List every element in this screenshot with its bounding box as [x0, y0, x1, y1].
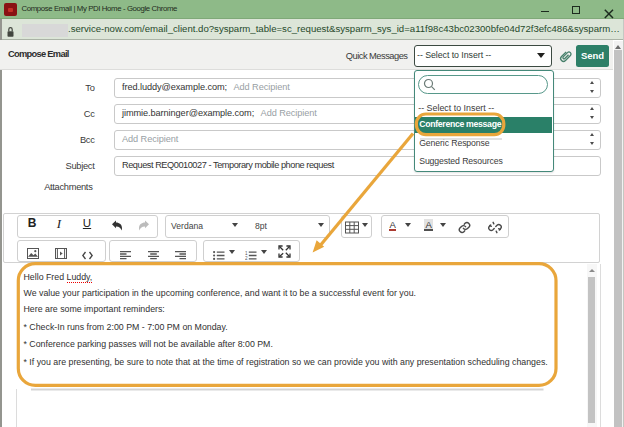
svg-text:2: 2 — [245, 256, 248, 260]
